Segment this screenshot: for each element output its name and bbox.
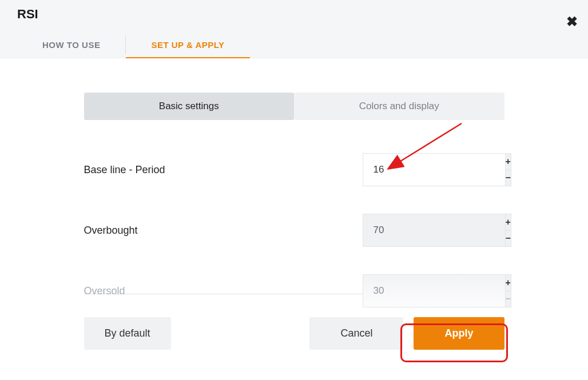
field-oversold: Oversold + − <box>84 274 504 307</box>
dialog-header: RSI ✖ HOW TO USE SET UP & APPLY <box>0 0 588 58</box>
close-icon[interactable]: ✖ <box>566 14 578 30</box>
subtab-basic-settings[interactable]: Basic settings <box>84 93 295 120</box>
overbought-input[interactable] <box>363 214 505 247</box>
tab-how-to-use[interactable]: HOW TO USE <box>17 32 125 58</box>
subtab-colors-display[interactable]: Colors and display <box>294 93 504 120</box>
oversold-decrement: − <box>505 291 511 308</box>
cancel-button[interactable]: Cancel <box>309 317 403 350</box>
field-base-line-period: Base line - Period + − <box>84 153 504 186</box>
oversold-input[interactable] <box>363 274 505 307</box>
overbought-stepper: + − <box>363 214 504 247</box>
overbought-increment[interactable]: + <box>505 214 511 231</box>
settings-panel: Basic settings Colors and display Base l… <box>84 93 504 350</box>
field-overbought: Overbought + − <box>84 214 504 247</box>
tab-setup-apply[interactable]: SET UP & APPLY <box>126 32 249 58</box>
sub-tabs: Basic settings Colors and display <box>84 93 504 120</box>
by-default-button[interactable]: By default <box>84 317 171 350</box>
base-line-decrement[interactable]: − <box>505 170 511 187</box>
overbought-decrement[interactable]: − <box>505 231 511 247</box>
base-line-input[interactable] <box>363 153 505 186</box>
dialog-title: RSI <box>17 7 571 22</box>
apply-button[interactable]: Apply <box>414 317 504 350</box>
main-tabs: HOW TO USE SET UP & APPLY <box>17 32 571 58</box>
base-line-label: Base line - Period <box>84 164 165 176</box>
base-line-increment[interactable]: + <box>505 153 511 170</box>
overbought-label: Overbought <box>84 225 138 237</box>
oversold-increment[interactable]: + <box>505 274 511 291</box>
base-line-stepper: + − <box>363 153 504 186</box>
panel-footer: By default Cancel Apply <box>84 317 504 350</box>
oversold-stepper: + − <box>363 274 504 307</box>
oversold-label: Oversold <box>84 285 125 297</box>
